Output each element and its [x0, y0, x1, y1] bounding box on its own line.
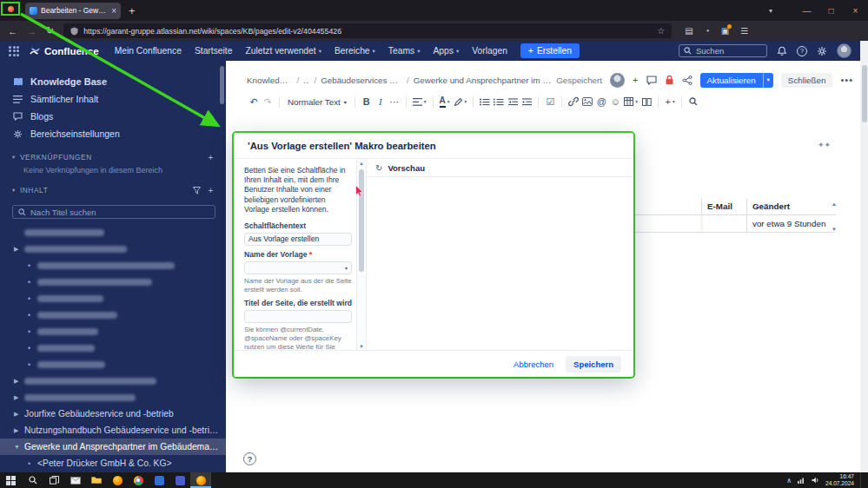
taskbar-app-firefox[interactable]	[107, 472, 128, 488]
page-title-input[interactable]	[244, 310, 352, 323]
alignment-icon[interactable]: ▾	[411, 95, 428, 109]
shield-icon[interactable]	[70, 27, 78, 36]
table-icon[interactable]: ▾	[622, 95, 639, 109]
taskbar-app-chrome[interactable]	[128, 472, 149, 488]
cancel-button[interactable]: Abbrechen	[514, 359, 553, 369]
add-link-icon[interactable]: +	[209, 153, 214, 162]
sparkle-icon[interactable]: ✦✦	[818, 141, 831, 149]
taskbar-app-mail[interactable]	[65, 472, 86, 488]
redo-icon[interactable]: ↷	[261, 95, 275, 109]
task-list-icon[interactable]: ☑	[543, 95, 557, 109]
add-collaborator-icon[interactable]: +	[633, 75, 638, 85]
tray-expand-icon[interactable]: ∧	[786, 477, 792, 485]
user-avatar[interactable]	[837, 43, 851, 58]
account-icon[interactable]: ◔	[705, 26, 710, 36]
tree-item-redacted[interactable]: ▶	[0, 373, 226, 389]
sidebar-item-blogs[interactable]: Blogs +	[0, 108, 226, 125]
indent-icon[interactable]	[520, 95, 533, 109]
tree-item-redacted[interactable]: •	[0, 323, 226, 340]
nav-mein-confluence[interactable]: Mein Confluence	[115, 46, 182, 56]
italic-icon[interactable]: I	[374, 95, 388, 109]
tree-item-peter-druecker[interactable]: •<Peter Drücker GmbH & Co. KG>	[0, 455, 226, 472]
nav-startseite[interactable]: Startseite	[195, 46, 233, 56]
chevron-right-icon[interactable]: ▶	[14, 427, 24, 434]
tree-item-redacted[interactable]	[0, 224, 226, 241]
tree-item-gewerke-selected[interactable]: ▼Gewerke und Ansprechpartner im Gebäudem…	[0, 439, 226, 455]
comment-icon[interactable]	[646, 76, 657, 85]
sidebar-scrollbar[interactable]	[220, 66, 224, 104]
sidebar-search[interactable]	[12, 205, 215, 219]
chevron-right-icon[interactable]: ▶	[14, 411, 24, 418]
taskbar-search-icon[interactable]	[22, 472, 43, 488]
help-button[interactable]: ?	[243, 452, 256, 465]
tab-list-chevron-icon[interactable]: ▾	[769, 7, 772, 15]
sidebar-search-input[interactable]	[30, 208, 191, 217]
taskbar-app-file-explorer[interactable]	[86, 472, 107, 488]
button-text-input[interactable]	[244, 233, 352, 246]
network-icon[interactable]	[798, 477, 805, 484]
update-dropdown-chevron[interactable]: ▾	[763, 73, 773, 88]
tree-item-redacted[interactable]: •	[0, 340, 226, 356]
taskbar-clock[interactable]: 16:47 24.07.2024	[825, 473, 854, 487]
help-icon[interactable]: ?	[797, 46, 807, 56]
create-button[interactable]: +Erstellen	[520, 43, 580, 58]
nav-apps[interactable]: Apps▾	[433, 46, 459, 56]
confluence-logo[interactable]: Confluence	[30, 46, 99, 56]
chevron-right-icon[interactable]: ▶	[14, 394, 24, 401]
tree-item-redacted[interactable]: ▶	[0, 241, 226, 257]
menu-icon[interactable]: ☰	[740, 26, 748, 36]
table-scrollbar[interactable]: ▲▼	[832, 201, 837, 232]
text-style-dropdown[interactable]: Normaler Text▾	[284, 97, 350, 107]
tree-item-redacted[interactable]: •	[0, 257, 226, 274]
global-search[interactable]	[679, 44, 767, 57]
tree-item-redacted[interactable]: •	[0, 356, 226, 373]
collaborator-avatar[interactable]	[610, 73, 625, 88]
tree-item-redacted[interactable]: ▶	[0, 389, 226, 406]
url-bar[interactable]: https://garant-gruppe.atlassian.net/wiki…	[63, 23, 672, 38]
back-button[interactable]: ←	[8, 26, 17, 36]
numbered-list-icon[interactable]	[492, 95, 506, 109]
extensions-icon[interactable]: ▣	[721, 26, 729, 36]
bullet-list-icon[interactable]	[478, 95, 492, 109]
chevron-down-icon[interactable]: ▼	[14, 444, 24, 450]
sidebar-item-all-content[interactable]: Sämtlicher Inhalt	[0, 90, 226, 108]
library-icon[interactable]: ▤	[685, 26, 692, 36]
breadcrumb-ellipsis[interactable]: ...	[303, 76, 309, 85]
notifications-bell-icon[interactable]	[777, 46, 787, 56]
links-section-header[interactable]: ▾ VERKNÜPFUNGEN +	[0, 149, 226, 165]
chevron-right-icon[interactable]: ▶	[14, 246, 24, 253]
save-button[interactable]: Speichern	[566, 356, 621, 373]
start-button[interactable]	[0, 472, 22, 488]
add-page-icon[interactable]: +	[209, 186, 214, 195]
tree-item-redacted[interactable]: •	[0, 290, 226, 307]
find-replace-icon[interactable]	[686, 95, 700, 109]
more-formatting-icon[interactable]: ⋯	[388, 95, 401, 109]
scroll-down-icon[interactable]: ▼	[359, 342, 363, 350]
taskbar-app-blue-2[interactable]	[169, 472, 190, 488]
space-home-item[interactable]: Knowledge Base	[0, 73, 226, 90]
more-options-icon[interactable]: •••	[840, 75, 853, 85]
bold-icon[interactable]: B	[360, 95, 374, 109]
page-scrollbar[interactable]	[860, 41, 868, 472]
highlight-color-icon[interactable]: ▾	[452, 95, 469, 109]
settings-gear-icon[interactable]	[817, 46, 827, 56]
new-tab-button[interactable]: +	[129, 4, 136, 17]
breadcrumb-item[interactable]: Gebäudeservices und ...	[321, 76, 402, 85]
image-icon[interactable]	[580, 95, 594, 109]
breadcrumb-item[interactable]: Gewerke und Ansprechpartner im Gebäu...	[414, 76, 557, 85]
forward-button[interactable]: →	[27, 26, 36, 36]
layouts-icon[interactable]	[639, 95, 653, 109]
content-section-header[interactable]: ▾ INHALT +	[0, 182, 226, 198]
link-icon[interactable]	[567, 95, 580, 109]
scroll-up-icon[interactable]: ▲	[359, 159, 363, 167]
tree-item-jourfixe[interactable]: ▶Jourfixe Gebäudeservice und -betrieb	[0, 406, 226, 422]
share-icon[interactable]	[682, 76, 692, 85]
tree-item-redacted[interactable]: •	[0, 274, 226, 290]
show-desktop-button[interactable]	[860, 472, 864, 488]
bookmark-star-icon[interactable]: ☆	[657, 26, 665, 36]
sidebar-item-space-settings[interactable]: Bereichseinstellungen	[0, 125, 226, 142]
breadcrumb-item[interactable]: Knowledge ...	[247, 76, 292, 85]
tab-close-icon[interactable]: ×	[111, 6, 116, 16]
mention-icon[interactable]: @	[594, 95, 608, 109]
nav-teams[interactable]: Teams▾	[388, 46, 421, 56]
